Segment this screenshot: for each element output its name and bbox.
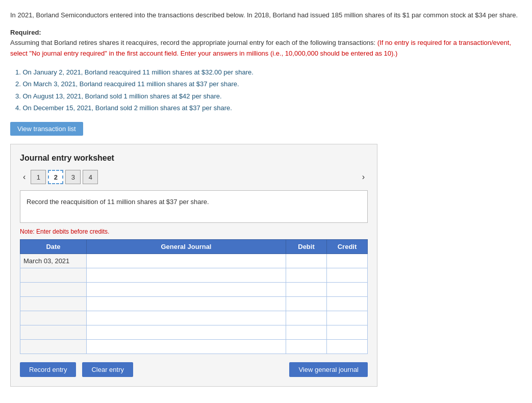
journal-header: General Journal [87, 240, 286, 254]
debit-cell-5[interactable] [286, 311, 327, 325]
credit-header: Credit [327, 240, 368, 254]
journal-cell-1[interactable] [87, 254, 286, 268]
debit-cell-1[interactable] [286, 254, 327, 268]
worksheet-title: Journal entry worksheet [20, 154, 368, 163]
transaction-3: 3. On August 13, 2021, Borland sold 1 mi… [15, 90, 522, 102]
journal-input-6[interactable] [87, 325, 286, 339]
journal-input-7[interactable] [87, 340, 286, 354]
journal-cell-2[interactable] [87, 268, 286, 283]
prev-tab-button[interactable]: ‹ [20, 171, 29, 183]
debit-input-5[interactable] [286, 311, 326, 325]
credit-cell-5[interactable] [327, 311, 368, 325]
tab-3-button[interactable]: 3 [65, 170, 81, 184]
debit-input-7[interactable] [286, 340, 326, 354]
credit-cell-2[interactable] [327, 268, 368, 283]
table-row [20, 311, 368, 325]
debit-cell-4[interactable] [286, 297, 327, 311]
debit-cell-7[interactable] [286, 340, 327, 354]
description-box: Record the reacquisition of 11 million s… [20, 190, 368, 223]
credit-input-7[interactable] [327, 340, 367, 354]
debit-input-1[interactable] [286, 254, 326, 268]
credit-cell-4[interactable] [327, 297, 368, 311]
date-cell-4 [20, 297, 87, 311]
credit-cell-1[interactable] [327, 254, 368, 268]
credit-input-3[interactable] [327, 283, 367, 296]
view-general-journal-button[interactable]: View general journal [289, 362, 368, 377]
date-cell-3 [20, 283, 87, 297]
date-cell-2 [20, 268, 87, 283]
debit-header: Debit [286, 240, 327, 254]
date-header: Date [20, 240, 87, 254]
debit-input-4[interactable] [286, 297, 326, 311]
date-cell-1: March 03, 2021 [20, 254, 87, 268]
worksheet-container: Journal entry worksheet ‹ 1 2 3 4 › Reco… [10, 144, 377, 387]
debit-cell-3[interactable] [286, 283, 327, 297]
required-instruction-normal: Assuming that Borland retires shares it … [10, 39, 377, 46]
journal-cell-7[interactable] [87, 340, 286, 354]
transaction-1: 1. On January 2, 2021, Borland reacquire… [15, 66, 522, 78]
next-tab-button[interactable]: › [359, 171, 368, 183]
date-cell-7 [20, 340, 87, 354]
tab-2-button[interactable]: 2 [48, 170, 63, 184]
journal-cell-5[interactable] [87, 311, 286, 325]
debit-input-3[interactable] [286, 283, 326, 296]
credit-cell-3[interactable] [327, 283, 368, 297]
record-entry-button[interactable]: Record entry [20, 362, 76, 377]
transaction-2: 2. On March 3, 2021, Borland reacquired … [15, 78, 522, 90]
intro-text: In 2021, Borland Semiconductors entered … [10, 10, 522, 20]
table-row [20, 268, 368, 283]
journal-input-1[interactable] [87, 254, 286, 268]
credit-cell-7[interactable] [327, 340, 368, 354]
journal-cell-3[interactable] [87, 283, 286, 297]
journal-cell-4[interactable] [87, 297, 286, 311]
table-row [20, 283, 368, 297]
required-label: Required: [10, 29, 41, 36]
tab-1-button[interactable]: 1 [31, 170, 46, 184]
debit-input-6[interactable] [286, 325, 326, 339]
transaction-4: 4. On December 15, 2021, Borland sold 2 … [15, 102, 522, 114]
table-row [20, 297, 368, 311]
tab-navigation: ‹ 1 2 3 4 › [20, 170, 368, 184]
date-cell-6 [20, 325, 87, 340]
debit-cell-6[interactable] [286, 325, 327, 340]
debit-input-2[interactable] [286, 268, 326, 282]
tab-4-button[interactable]: 4 [83, 170, 98, 184]
journal-input-4[interactable] [87, 297, 286, 311]
credit-input-2[interactable] [327, 268, 367, 282]
clear-entry-button[interactable]: Clear entry [82, 362, 133, 377]
table-row [20, 325, 368, 340]
transactions-list: 1. On January 2, 2021, Borland reacquire… [15, 66, 522, 114]
journal-input-5[interactable] [87, 311, 286, 325]
debit-cell-2[interactable] [286, 268, 327, 283]
view-transaction-button[interactable]: View transaction list [10, 122, 83, 136]
credit-input-6[interactable] [327, 325, 367, 339]
credit-input-5[interactable] [327, 311, 367, 325]
credit-cell-6[interactable] [327, 325, 368, 340]
journal-cell-6[interactable] [87, 325, 286, 340]
table-row [20, 340, 368, 354]
journal-input-2[interactable] [87, 268, 286, 282]
note-text: Note: Enter debits before credits. [20, 228, 368, 235]
journal-input-3[interactable] [87, 283, 286, 296]
table-row: March 03, 2021 [20, 254, 368, 268]
date-cell-5 [20, 311, 87, 325]
button-row: Record entry Clear entry View general jo… [20, 362, 368, 377]
credit-input-4[interactable] [327, 297, 367, 311]
journal-table: Date General Journal Debit Credit March … [20, 239, 368, 354]
credit-input-1[interactable] [327, 254, 367, 268]
